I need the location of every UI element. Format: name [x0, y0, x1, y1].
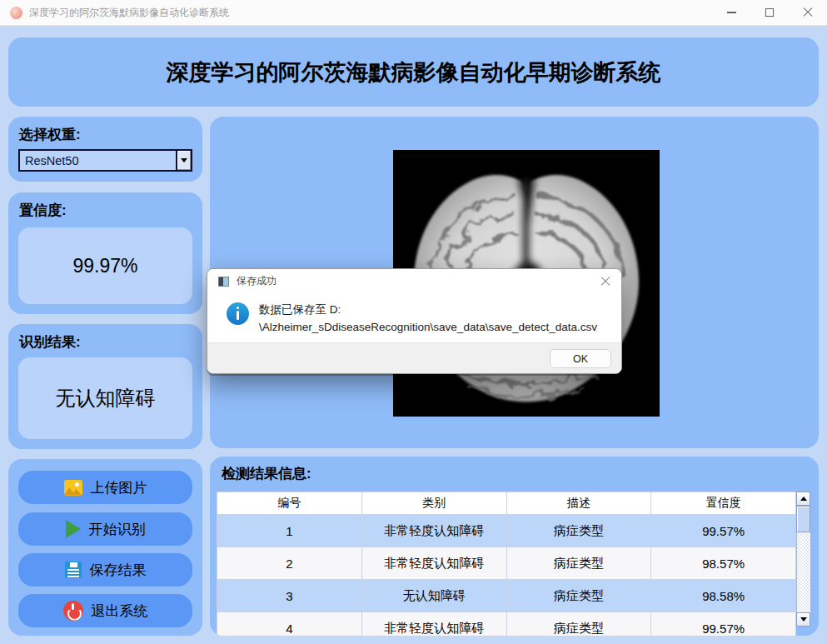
column-header-id[interactable]: 编号	[217, 492, 362, 515]
weight-panel: 选择权重: ResNet50	[8, 117, 202, 182]
confidence-value: 99.97%	[72, 255, 137, 277]
play-icon	[66, 520, 81, 538]
dialog-icon	[218, 277, 229, 287]
scroll-up-button[interactable]	[796, 492, 810, 506]
weight-select-value: ResNet50	[20, 154, 78, 167]
image-icon	[64, 480, 82, 496]
cell-description: 病症类型	[506, 547, 651, 580]
cell-description: 病症类型	[506, 515, 651, 547]
cell-id: 3	[217, 580, 362, 612]
exit-system-button[interactable]: 退出系统	[18, 594, 192, 627]
window-titlebar: 深度学习的阿尔茨海默病影像自动化诊断系统	[0, 0, 827, 26]
arrow-down-icon	[800, 617, 807, 622]
cell-id: 4	[217, 612, 362, 637]
weight-label: 选择权重:	[19, 125, 81, 144]
dialog-body: 数据已保存至 D: \Alzheimer_sDdiseaseRecognitio…	[207, 293, 621, 344]
cell-id: 1	[217, 515, 362, 547]
results-panel: 检测结果信息: 编号 类别 描述 置信度 1 非常轻度认知障碍 病症类型 99.…	[210, 457, 819, 636]
results-heading: 检测结果信息:	[222, 464, 311, 483]
dialog-message-line2: \Alzheimer_sDdiseaseRecognition\save_dat…	[259, 318, 597, 336]
dialog-titlebar[interactable]: 保存成功	[207, 269, 621, 293]
weight-select-dropdown-button[interactable]	[176, 151, 191, 170]
table-row[interactable]: 3 无认知障碍 病症类型 98.58%	[217, 580, 796, 612]
results-table: 编号 类别 描述 置信度 1 非常轻度认知障碍 病症类型 99.57% 2 非常…	[217, 492, 796, 636]
page-title: 深度学习的阿尔茨海默病影像自动化早期诊断系统	[167, 57, 661, 87]
cell-category: 非常轻度认知障碍	[361, 515, 506, 547]
save-results-label: 保存结果	[90, 561, 147, 580]
cell-category: 非常轻度认知障碍	[361, 547, 506, 580]
save-success-dialog: 保存成功 数据已保存至 D: \Alzheimer_sDdiseaseRecog…	[207, 268, 622, 374]
result-value: 无认知障碍	[56, 385, 156, 412]
save-results-button[interactable]: 保存结果	[18, 553, 192, 587]
table-row[interactable]: 2 非常轻度认知障碍 病症类型 98.57%	[217, 547, 796, 580]
dialog-message: 数据已保存至 D: \Alzheimer_sDdiseaseRecognitio…	[259, 301, 597, 336]
upload-image-button[interactable]: 上传图片	[18, 471, 192, 504]
cell-confidence: 99.57%	[651, 612, 796, 637]
table-row[interactable]: 4 非常轻度认知障碍 病症类型 99.57%	[217, 612, 796, 637]
scrollbar-thumb[interactable]	[796, 506, 810, 532]
minimize-button[interactable]	[712, 0, 750, 25]
result-value-box: 无认知障碍	[18, 357, 192, 439]
arrow-up-icon	[800, 497, 807, 501]
cell-confidence: 98.58%	[651, 580, 796, 612]
cell-category: 非常轻度认知障碍	[361, 612, 506, 637]
result-panel: 识别结果: 无认知障碍	[8, 324, 202, 449]
start-recognition-label: 开始识别	[89, 520, 146, 539]
actions-panel: 上传图片 开始识别 保存结果 退出系统	[8, 459, 202, 636]
confidence-panel: 置信度: 99.97%	[8, 192, 202, 314]
floppy-disk-icon	[65, 562, 82, 578]
exit-system-label: 退出系统	[92, 602, 148, 621]
maximize-button[interactable]	[750, 0, 789, 25]
info-icon	[227, 302, 249, 325]
scroll-down-button[interactable]	[796, 612, 810, 627]
cell-description: 病症类型	[506, 612, 651, 637]
table-row[interactable]: 1 非常轻度认知障碍 病症类型 99.57%	[217, 515, 796, 547]
header-panel: 深度学习的阿尔茨海默病影像自动化早期诊断系统	[8, 37, 819, 107]
cell-category: 无认知障碍	[361, 580, 506, 612]
cell-confidence: 98.57%	[651, 547, 796, 580]
window-title: 深度学习的阿尔茨海默病影像自动化诊断系统	[29, 6, 229, 20]
cell-confidence: 99.57%	[651, 515, 796, 547]
chevron-down-icon	[181, 158, 187, 162]
close-icon	[600, 277, 610, 287]
minimize-icon	[727, 12, 736, 13]
vertical-scrollbar[interactable]	[796, 492, 810, 627]
column-header-description[interactable]: 描述	[506, 492, 651, 515]
cell-description: 病症类型	[506, 580, 651, 612]
maximize-icon	[765, 8, 774, 17]
close-button[interactable]	[789, 0, 827, 25]
results-table-wrap: 编号 类别 描述 置信度 1 非常轻度认知障碍 病症类型 99.57% 2 非常…	[217, 492, 810, 636]
ok-button[interactable]: OK	[550, 349, 611, 368]
dialog-message-line1: 数据已保存至 D:	[259, 301, 597, 318]
close-icon	[803, 7, 813, 17]
cell-id: 2	[217, 547, 362, 580]
weight-select[interactable]: ResNet50	[18, 149, 192, 172]
start-recognition-button[interactable]: 开始识别	[18, 512, 192, 546]
confidence-label: 置信度:	[19, 201, 67, 220]
column-header-confidence[interactable]: 置信度	[651, 492, 796, 515]
app-icon	[10, 7, 22, 19]
table-header-row: 编号 类别 描述 置信度	[217, 492, 796, 515]
dialog-footer: OK	[207, 342, 621, 373]
upload-image-label: 上传图片	[91, 478, 147, 497]
window-controls	[712, 0, 827, 25]
result-label: 识别结果:	[19, 332, 81, 352]
dialog-close-button[interactable]	[590, 269, 621, 293]
dialog-title: 保存成功	[237, 274, 276, 288]
power-icon	[63, 601, 83, 621]
confidence-value-box: 99.97%	[18, 227, 192, 304]
column-header-category[interactable]: 类别	[361, 492, 506, 515]
